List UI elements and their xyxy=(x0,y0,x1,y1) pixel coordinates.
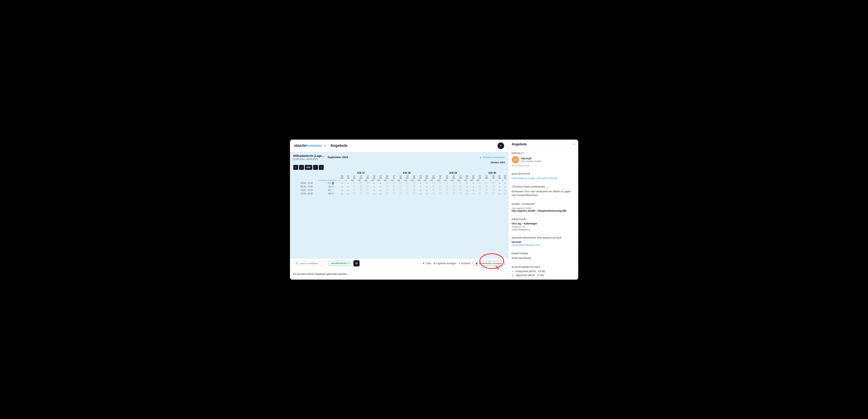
shift-row-nd: 20:00 - 06:15 ND ↻ xyxy=(290,192,508,195)
einsatzort-name: Uta Log – Außenlager xyxy=(512,222,575,225)
main-panel: stazzle business Angebote × Hilfsarbeite… xyxy=(290,139,508,280)
creator-date: 20.06.2024 14:20 xyxy=(512,164,575,167)
creator-row: U Uta Kalt Uta Logistics GmbH xyxy=(512,156,575,163)
kw-navigation: « ‹ KW › » xyxy=(290,164,508,171)
legend-icon: ⊞ xyxy=(433,262,435,265)
sort-action[interactable]: ≡ Sortieren xyxy=(459,262,471,265)
search-box[interactable]: 🔍 xyxy=(293,261,326,266)
calendar-grid: KW 37 KW 38 KW 39 KW 40 09MO 10DI 11MI 1… xyxy=(290,171,508,195)
day-header-row: 09MO 10DI 11MI 12DO 13FR 14SA 15SO 16MO … xyxy=(290,175,508,179)
sidebar-section-kunde-standort: KUNDE | STANDORT Uta Logistics GmbH Uta … xyxy=(508,200,578,215)
logo: stazzle business xyxy=(294,143,328,148)
filter-action[interactable]: ▼ Filter xyxy=(422,262,431,265)
kw38-header: KW 38 xyxy=(384,171,430,175)
no-offers-message: Es konnten keine Angebote gefunden werde… xyxy=(290,268,508,280)
einsatzort-label: EINSATZORT xyxy=(512,218,575,221)
month-label: September 2024 xyxy=(328,156,348,159)
nav-first-button[interactable]: « xyxy=(293,165,298,170)
standort-name: Uta Logistics GmbH – Hauptniederlassung … xyxy=(512,210,575,212)
sort-icon: ≡ xyxy=(459,262,460,265)
logo-business: business xyxy=(306,143,322,148)
kw40-header: KW 40 xyxy=(476,171,508,175)
ansprechpartner-name: Uta Kalt xyxy=(512,241,575,244)
calendar-header-bar: Hilfsarbeiter/in (Lage... 11.09.2024 - 3… xyxy=(290,152,508,161)
kunde-name: Uta Logistics GmbH xyxy=(512,207,575,210)
date-range: 11.09.2024 - 30.09.2024 xyxy=(293,158,324,160)
job-title: Hilfsarbeiter/in (Lage... xyxy=(293,154,324,158)
tagschicht-item: ☀ Tagschicht (08:30 - 17:00) xyxy=(512,274,575,277)
search-input[interactable] xyxy=(300,262,324,265)
sidebar-section-erstellt: ERSTELLT U Uta Kalt Uta Logistics GmbH 2… xyxy=(508,149,578,170)
sidebar-section-konditionen: KONDITIONEN 40.00 Std./Woche xyxy=(508,250,578,263)
nav-last-button[interactable]: » xyxy=(319,165,324,170)
kunde-standort-label: KUNDE | STANDORT xyxy=(512,203,575,205)
erstellt-label: ERSTELLT xyxy=(512,152,575,154)
fruehschicht-item: ☀ Frühschicht (06:00 - 14:30) xyxy=(512,270,575,273)
einsatzort-city: 23456 Magdeburg xyxy=(512,228,575,231)
copy-button[interactable]: ⧉ xyxy=(353,260,360,266)
sidebar-section-taetigkeitsbeschreibung: TÄTIGKEITSBESCHREIBUNG ✏ Einräumen, Aus-… xyxy=(508,183,578,200)
page-title: Angebote xyxy=(331,143,348,148)
nav-kw-label[interactable]: KW xyxy=(305,165,312,170)
job-info: Hilfsarbeiter/in (Lage... 11.09.2024 - 3… xyxy=(293,154,324,160)
logo-stazzle: stazzle xyxy=(294,143,306,148)
search-icon: 🔍 xyxy=(296,262,299,265)
konditionen-value: 40.00 Std./Woche xyxy=(512,256,575,260)
creator-company: Uta Logistics GmbH xyxy=(521,160,541,162)
sidebar-title: Angebote xyxy=(512,142,527,146)
konditionen-label: KONDITIONEN xyxy=(512,252,575,255)
edit-icon[interactable]: ✏ xyxy=(546,186,549,189)
tag-icon: ☀ xyxy=(512,274,514,277)
kw-header-row: KW 37 KW 38 KW 39 KW 40 xyxy=(290,171,508,175)
sidebar-section-qualifikation: QUALIFIKATION Hilfsarbeiter/in (Lager, T… xyxy=(508,170,578,183)
creator-name: Uta Kalt xyxy=(521,157,541,160)
taetigkeitsbeschreibung-value: Einräumen, Aus- und Umräumen von Waren i… xyxy=(512,190,575,197)
einsatzort-street: Traktorstr. 30 xyxy=(512,225,575,228)
chevron-up-icon: ▲ xyxy=(479,156,482,159)
sidebar-section-einsatzort: EINSATZORT Uta Log – Außenlager Traktors… xyxy=(508,215,578,234)
filter-icon: ▼ xyxy=(422,262,425,265)
hide-shifts-button[interactable]: ▲ Schichten ausblenden xyxy=(479,156,505,159)
avatar: U xyxy=(512,156,519,163)
logo-dot xyxy=(324,145,326,147)
taetigkeitsbeschreibung-label: TÄTIGKEITSBESCHREIBUNG xyxy=(512,186,545,188)
sun-icon: ☀ xyxy=(512,270,514,273)
shift-row-fd: 06:00 - 14:30 FD 👤 xyxy=(290,182,508,185)
status-dropdown-button[interactable]: veröffentlicht ▾ xyxy=(328,261,351,266)
schichtbereitschaft-label: SCHICHTBEREITSCHAFT xyxy=(512,266,575,268)
qualifikation-label: QUALIFIKATION xyxy=(512,173,575,175)
kw37-header: KW 37 xyxy=(339,171,383,175)
legend-action[interactable]: ⊞ Legende anzeigen xyxy=(433,262,457,265)
nav-prev-button[interactable]: ‹ xyxy=(299,165,304,170)
sidebar-section-schichtbereitschaft: SCHICHTBEREITSCHAFT ☀ Frühschicht (06:00… xyxy=(508,263,578,280)
main-header: stazzle business Angebote × xyxy=(290,139,508,152)
shift-row-sd: 13:00 - 21:00 SD 🕐 xyxy=(290,188,508,192)
sidebar-toggle-button[interactable]: ▣ Seitenleiste anzeigen xyxy=(473,261,505,266)
sidebar-icon: ▣ xyxy=(475,262,478,265)
shift-row-zd: 08:30 - 17:00 ZD ☀ xyxy=(290,185,508,188)
calendar-area: Hilfsarbeiter/in (Lage... 11.09.2024 - 3… xyxy=(290,152,508,258)
toolbar: 🔍 veröffentlicht ▾ ⧉ ▼ Filter ⊞ Legende … xyxy=(290,258,508,268)
close-button[interactable]: × xyxy=(498,142,504,149)
nav-next-button[interactable]: › xyxy=(313,165,318,170)
sidebar-panel: Angebote × ERSTELLT U Uta Kalt Uta Logis… xyxy=(508,139,578,280)
ansprechpartner-email[interactable]: uta.busdemo@gmail.com xyxy=(512,244,575,247)
creator-info: Uta Kalt Uta Logistics GmbH xyxy=(521,157,541,162)
next-month-label: Oktober 2024 xyxy=(290,161,508,164)
sidebar-section-ansprechpartner: ANSPRECHPARTNER FÜR DIENSTLEISTER Uta Ka… xyxy=(508,234,578,250)
qualifikation-value[interactable]: Hilfsarbeiter/in (Lager, Transport) (Pri… xyxy=(512,177,557,180)
chevron-down-icon: ▾ xyxy=(347,262,349,265)
sidebar-close-button[interactable]: × xyxy=(573,142,575,146)
sidebar-header: Angebote × xyxy=(508,139,578,149)
kw39-header: KW 39 xyxy=(430,171,476,175)
flexible-dienste-row: FLEXIBLE DIENSTE 0|1 0|1 0|1 0|1 0|1 0|1… xyxy=(290,179,508,182)
ansprechpartner-label: ANSPRECHPARTNER FÜR DIENSTLEISTER xyxy=(512,237,575,239)
